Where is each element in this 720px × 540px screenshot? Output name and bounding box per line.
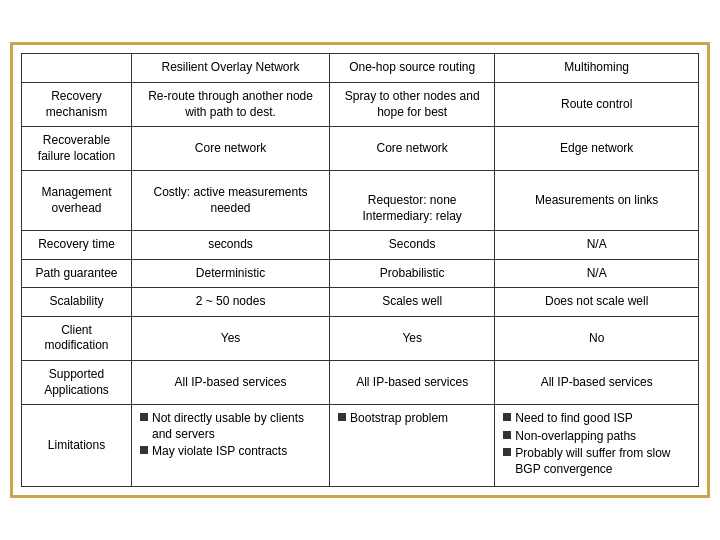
bullet-item: Bootstrap problem bbox=[338, 411, 486, 427]
cell-onehop: Requestor: none Intermediary: relay bbox=[330, 171, 495, 231]
limitations-resilient: Not directly usable by clients and serve… bbox=[132, 405, 330, 486]
limitations-row: Limitations Not directly usable by clien… bbox=[22, 405, 699, 486]
bullet-item: May violate ISP contracts bbox=[140, 444, 321, 460]
bullet-icon bbox=[503, 431, 511, 439]
cell-multihoming: Measurements on links bbox=[495, 171, 699, 231]
cell-resilient: Deterministic bbox=[132, 259, 330, 288]
table-row: Supported Applications All IP-based serv… bbox=[22, 361, 699, 405]
table-row: Recovery time seconds Seconds N/A bbox=[22, 231, 699, 260]
table-row: Client modification Yes Yes No bbox=[22, 316, 699, 360]
cell-onehop: Core network bbox=[330, 127, 495, 171]
header-feature bbox=[22, 54, 132, 83]
cell-multihoming: N/A bbox=[495, 231, 699, 260]
limitations-label: Limitations bbox=[22, 405, 132, 486]
bullet-icon bbox=[503, 448, 511, 456]
table-row: Recoverable failure location Core networ… bbox=[22, 127, 699, 171]
limitations-onehop: Bootstrap problem bbox=[330, 405, 495, 486]
feature-label: Path guarantee bbox=[22, 259, 132, 288]
feature-label: Recovery time bbox=[22, 231, 132, 260]
cell-multihoming: All IP-based services bbox=[495, 361, 699, 405]
feature-label: Recoverable failure location bbox=[22, 127, 132, 171]
cell-onehop: Yes bbox=[330, 316, 495, 360]
cell-resilient: Re-route through another node with path … bbox=[132, 82, 330, 126]
feature-label: Supported Applications bbox=[22, 361, 132, 405]
cell-resilient: Yes bbox=[132, 316, 330, 360]
header-resilient: Resilient Overlay Network bbox=[132, 54, 330, 83]
bullet-icon bbox=[140, 413, 148, 421]
comparison-table: Resilient Overlay Network One-hop source… bbox=[21, 53, 699, 486]
cell-multihoming: No bbox=[495, 316, 699, 360]
cell-resilient: All IP-based services bbox=[132, 361, 330, 405]
comparison-table-container: Resilient Overlay Network One-hop source… bbox=[10, 42, 710, 497]
onehop-overhead: Requestor: none Intermediary: relay bbox=[363, 193, 462, 223]
bullet-item: Not directly usable by clients and serve… bbox=[140, 411, 321, 442]
cell-multihoming: Does not scale well bbox=[495, 288, 699, 317]
cell-multihoming: N/A bbox=[495, 259, 699, 288]
limitations-multihoming: Need to find good ISP Non-overlapping pa… bbox=[495, 405, 699, 486]
feature-label: Management overhead bbox=[22, 171, 132, 231]
feature-label: Scalability bbox=[22, 288, 132, 317]
feature-label: Recovery mechanism bbox=[22, 82, 132, 126]
cell-onehop: Probabilistic bbox=[330, 259, 495, 288]
cell-multihoming: Edge network bbox=[495, 127, 699, 171]
cell-multihoming: Route control bbox=[495, 82, 699, 126]
cell-onehop: Scales well bbox=[330, 288, 495, 317]
cell-resilient: Core network bbox=[132, 127, 330, 171]
bullet-icon bbox=[503, 413, 511, 421]
bullet-icon bbox=[338, 413, 346, 421]
header-multihoming: Multihoming bbox=[495, 54, 699, 83]
table-row: Recovery mechanism Re-route through anot… bbox=[22, 82, 699, 126]
bullet-item: Need to find good ISP bbox=[503, 411, 690, 427]
cell-resilient: seconds bbox=[132, 231, 330, 260]
cell-onehop: Seconds bbox=[330, 231, 495, 260]
cell-resilient: 2 ~ 50 nodes bbox=[132, 288, 330, 317]
cell-onehop: Spray to other nodes and hope for best bbox=[330, 82, 495, 126]
table-row: Management overhead Costly: active measu… bbox=[22, 171, 699, 231]
bullet-item: Probably will suffer from slow BGP conve… bbox=[503, 446, 690, 477]
table-row: Path guarantee Deterministic Probabilist… bbox=[22, 259, 699, 288]
feature-label: Client modification bbox=[22, 316, 132, 360]
table-row: Scalability 2 ~ 50 nodes Scales well Doe… bbox=[22, 288, 699, 317]
cell-onehop: All IP-based services bbox=[330, 361, 495, 405]
bullet-item: Non-overlapping paths bbox=[503, 429, 690, 445]
bullet-icon bbox=[140, 446, 148, 454]
header-onehop: One-hop source routing bbox=[330, 54, 495, 83]
cell-resilient: Costly: active measurements needed bbox=[132, 171, 330, 231]
